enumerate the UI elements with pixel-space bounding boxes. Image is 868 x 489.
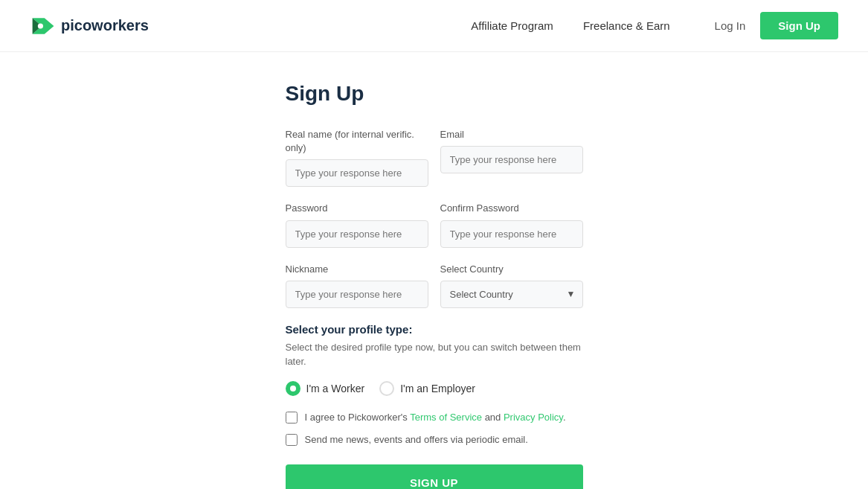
checkbox-section: I agree to Pickoworker's Terms of Servic…: [286, 411, 583, 447]
profile-type-desc: Select the desired profile type now, but…: [286, 340, 583, 369]
newsletter-checkbox[interactable]: [286, 434, 298, 446]
profile-type-section: Select your profile type: Select the des…: [286, 323, 583, 396]
header-signup-button[interactable]: Sign Up: [760, 12, 838, 39]
nav-affiliate[interactable]: Affiliate Program: [471, 19, 553, 32]
nickname-group: Nickname: [286, 263, 428, 308]
logo[interactable]: picoworkers: [30, 13, 149, 39]
privacy-link[interactable]: Privacy Policy: [504, 412, 563, 423]
login-button[interactable]: Log In: [715, 19, 746, 32]
employer-label: I'm an Employer: [400, 383, 475, 394]
row-name-email: Real name (for internal verific. only) E…: [286, 128, 583, 187]
employer-option[interactable]: I'm an Employer: [379, 381, 475, 396]
email-label: Email: [440, 128, 583, 141]
logo-icon: [30, 13, 57, 39]
real-name-group: Real name (for internal verific. only): [286, 128, 428, 187]
tos-link[interactable]: Terms of Service: [410, 412, 482, 423]
country-label: Select Country: [440, 263, 583, 276]
confirm-password-input[interactable]: [440, 220, 583, 248]
real-name-input[interactable]: [286, 159, 428, 187]
email-input[interactable]: [440, 146, 583, 173]
page-title: Sign Up: [286, 82, 583, 106]
signup-form-container: Sign Up Real name (for internal verific.…: [286, 82, 583, 489]
country-select-wrapper: Select Country United States United King…: [440, 281, 583, 308]
password-label: Password: [286, 202, 428, 215]
terms-checkbox[interactable]: [286, 412, 298, 424]
nickname-label: Nickname: [286, 263, 428, 276]
svg-point-2: [38, 23, 43, 28]
password-input[interactable]: [286, 220, 428, 248]
header-actions: Log In Sign Up: [715, 12, 838, 39]
row-nickname-country: Nickname Select Country Select Country U…: [286, 263, 583, 308]
country-select[interactable]: Select Country United States United King…: [440, 281, 583, 308]
logo-text: picoworkers: [61, 17, 149, 34]
terms-checkbox-item: I agree to Pickoworker's Terms of Servic…: [286, 411, 583, 424]
real-name-label: Real name (for internal verific. only): [286, 128, 428, 155]
country-group: Select Country Select Country United Sta…: [440, 263, 583, 308]
nav-freelance[interactable]: Freelance & Earn: [583, 19, 670, 32]
worker-option[interactable]: I'm a Worker: [286, 381, 365, 396]
header: picoworkers Affiliate Program Freelance …: [0, 0, 868, 52]
employer-radio[interactable]: [379, 381, 394, 396]
nickname-input[interactable]: [286, 281, 428, 308]
profile-options: I'm a Worker I'm an Employer: [286, 381, 583, 396]
main-nav: Affiliate Program Freelance & Earn: [471, 19, 669, 32]
worker-radio[interactable]: [286, 381, 300, 396]
profile-type-title: Select your profile type:: [286, 323, 583, 336]
confirm-password-label: Confirm Password: [440, 202, 583, 215]
terms-label: I agree to Pickoworker's Terms of Servic…: [305, 411, 566, 424]
confirm-password-group: Confirm Password: [440, 202, 583, 247]
main-content: Sign Up Real name (for internal verific.…: [0, 52, 868, 489]
row-passwords: Password Confirm Password: [286, 202, 583, 247]
worker-label: I'm a Worker: [306, 383, 365, 394]
password-group: Password: [286, 202, 428, 247]
signup-submit-button[interactable]: SIGN UP: [286, 464, 583, 489]
newsletter-label: Send me news, events and offers via peri…: [305, 433, 528, 447]
newsletter-checkbox-item: Send me news, events and offers via peri…: [286, 433, 583, 447]
email-group: Email: [440, 128, 583, 187]
